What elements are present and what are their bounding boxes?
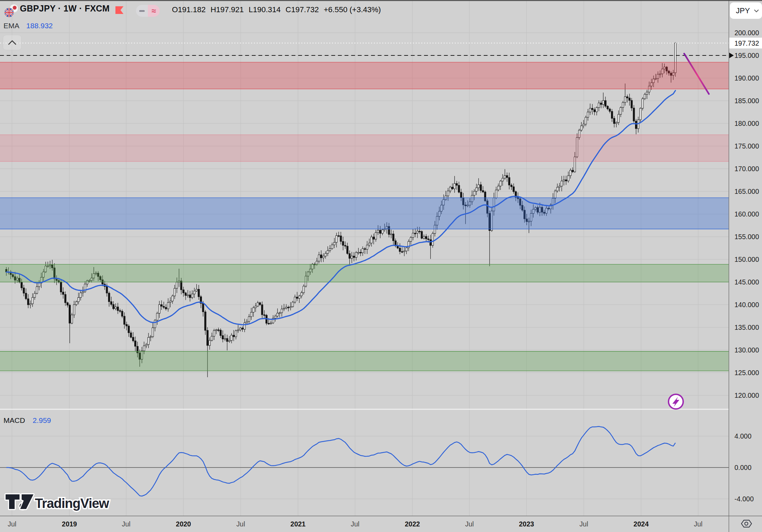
candle bbox=[207, 330, 209, 345]
svg-text:2022: 2022 bbox=[405, 520, 420, 528]
candle bbox=[430, 240, 431, 245]
candle bbox=[185, 293, 187, 295]
candle bbox=[183, 290, 184, 293]
axis-settings-icon[interactable] bbox=[741, 520, 752, 527]
candle bbox=[123, 316, 125, 324]
candle bbox=[478, 185, 480, 188]
candle bbox=[281, 309, 283, 313]
candle bbox=[349, 253, 350, 258]
candle bbox=[71, 315, 73, 323]
svg-text:Jul: Jul bbox=[694, 520, 702, 528]
candle bbox=[513, 187, 515, 192]
candle bbox=[111, 302, 112, 304]
candle bbox=[165, 307, 167, 309]
svg-text:180.000: 180.000 bbox=[734, 120, 759, 127]
candle bbox=[242, 328, 243, 329]
candle bbox=[65, 295, 66, 303]
candle bbox=[500, 181, 501, 186]
minus-icon bbox=[139, 10, 145, 12]
candle bbox=[613, 118, 615, 123]
macd-line[interactable] bbox=[6, 426, 676, 496]
candle bbox=[633, 108, 635, 121]
approx-toggle-button[interactable]: ≈ bbox=[148, 5, 160, 17]
candle bbox=[410, 237, 412, 241]
consolidation-zone-blue[interactable] bbox=[0, 198, 729, 229]
candle bbox=[169, 301, 171, 303]
demand-zone-upper[interactable] bbox=[0, 264, 729, 282]
ema-label: EMA bbox=[3, 22, 20, 30]
candle bbox=[248, 317, 250, 321]
svg-text:4.000: 4.000 bbox=[734, 432, 752, 440]
candle bbox=[121, 311, 123, 317]
candle bbox=[611, 112, 613, 119]
candle bbox=[145, 344, 147, 346]
macd-axis-labels[interactable]: 4.0000.000-4.000 bbox=[734, 432, 754, 503]
candle bbox=[336, 236, 338, 242]
candle bbox=[565, 180, 567, 181]
candle bbox=[257, 303, 259, 306]
candle bbox=[167, 303, 169, 309]
currency-unit-button[interactable]: JPY bbox=[730, 2, 762, 19]
candle bbox=[417, 231, 418, 233]
candle bbox=[620, 107, 622, 114]
candle bbox=[174, 288, 176, 296]
current-price-axis-label: 197.732 bbox=[729, 38, 762, 48]
candle bbox=[412, 233, 414, 237]
chevron-up-icon bbox=[8, 40, 17, 45]
candle bbox=[607, 106, 609, 109]
candle bbox=[585, 117, 587, 124]
candle bbox=[406, 248, 407, 251]
svg-text:175.000: 175.000 bbox=[734, 142, 759, 150]
candle bbox=[362, 249, 364, 253]
symbol-title[interactable]: GBPJPY · 1W · FXCM bbox=[20, 3, 110, 14]
candle bbox=[246, 321, 248, 323]
candle bbox=[421, 231, 423, 238]
supply-zone-upper[interactable] bbox=[0, 62, 729, 89]
svg-text:0.000: 0.000 bbox=[734, 464, 752, 471]
price-axis-labels[interactable]: 200.000195.000190.000185.000180.000175.0… bbox=[734, 29, 759, 399]
candle bbox=[618, 114, 619, 122]
candle bbox=[646, 92, 648, 94]
macd-label: MACD bbox=[3, 416, 25, 424]
ohlc-change: +6.550 (+3.43%) bbox=[324, 5, 381, 14]
candle bbox=[36, 287, 38, 293]
demand-zone-lower[interactable] bbox=[0, 351, 729, 371]
candle bbox=[345, 245, 346, 246]
candle bbox=[594, 110, 595, 112]
candle bbox=[373, 237, 375, 240]
candle bbox=[294, 297, 296, 302]
candle bbox=[329, 249, 331, 251]
candle bbox=[60, 282, 62, 292]
candle bbox=[261, 305, 263, 315]
collapse-pane-button[interactable] bbox=[3, 35, 22, 50]
candle bbox=[233, 335, 235, 337]
candle bbox=[629, 98, 631, 100]
macd-legend[interactable]: MACD 2.959 bbox=[3, 416, 51, 425]
ema-legend[interactable]: EMA 188.932 bbox=[3, 22, 53, 30]
candle bbox=[318, 255, 320, 261]
chart-canvas[interactable]: 200.000195.000190.000185.000180.000175.0… bbox=[0, 0, 762, 532]
candle bbox=[106, 287, 108, 293]
candle bbox=[390, 234, 392, 235]
approx-icon: ≈ bbox=[152, 6, 156, 16]
candle bbox=[82, 292, 84, 293]
candle bbox=[194, 291, 195, 294]
time-axis-labels[interactable]: Jul2019Jul2020Jul2021Jul2022Jul2023Jul20… bbox=[8, 520, 702, 528]
ohlc-open: O191.182 bbox=[172, 5, 206, 14]
candle bbox=[474, 191, 475, 196]
hide-indicator-button[interactable] bbox=[136, 5, 148, 17]
ohlc-high: H197.921 bbox=[211, 5, 244, 14]
svg-text:140.000: 140.000 bbox=[734, 301, 759, 309]
candle bbox=[447, 191, 449, 196]
candle bbox=[152, 328, 154, 336]
candle bbox=[113, 304, 114, 309]
candle bbox=[460, 192, 462, 198]
flagged-symbol-icon[interactable] bbox=[115, 6, 124, 15]
candle bbox=[69, 305, 71, 323]
currency-unit-label: JPY bbox=[736, 6, 754, 15]
candle bbox=[454, 183, 455, 189]
candle bbox=[148, 337, 149, 344]
resistance-zone-mid[interactable] bbox=[0, 135, 729, 162]
candle bbox=[244, 323, 246, 329]
instant-order-lightning-icon[interactable] bbox=[669, 394, 683, 409]
